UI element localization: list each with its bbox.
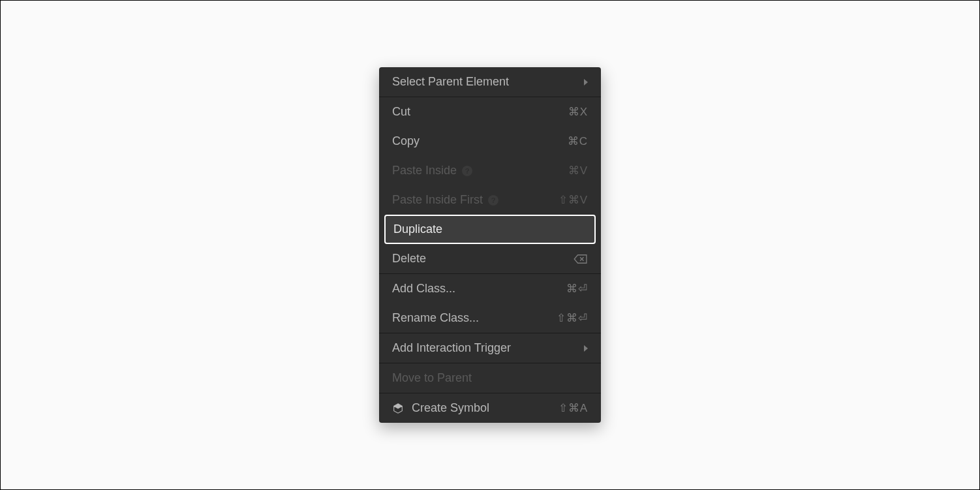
- chevron-right-icon: [584, 345, 588, 352]
- menu-item-create-symbol[interactable]: Create Symbol ⇧⌘A: [379, 393, 601, 423]
- menu-item-rename-class[interactable]: Rename Class... ⇧⌘⏎: [379, 303, 601, 333]
- menu-item-label: Cut: [392, 105, 410, 119]
- context-menu: Select Parent Element Cut ⌘X Copy ⌘C Pas…: [379, 67, 601, 423]
- keyboard-shortcut: ⇧⌘V: [559, 193, 588, 207]
- menu-item-duplicate[interactable]: Duplicate: [384, 215, 596, 244]
- menu-item-label-with-icon: Create Symbol: [392, 401, 489, 415]
- menu-item-add-class[interactable]: Add Class... ⌘⏎: [379, 274, 601, 303]
- symbol-icon: [392, 403, 404, 414]
- help-icon: ?: [462, 166, 472, 176]
- menu-item-copy[interactable]: Copy ⌘C: [379, 127, 601, 156]
- keyboard-shortcut: ⌘X: [568, 105, 588, 119]
- keyboard-shortcut: ⌘⏎: [566, 282, 588, 296]
- menu-item-paste-inside: Paste Inside ? ⌘V: [379, 156, 601, 185]
- menu-item-move-to-parent: Move to Parent: [379, 363, 601, 393]
- menu-item-label: Move to Parent: [392, 371, 472, 385]
- menu-item-label: Paste Inside ?: [392, 164, 472, 177]
- help-icon: ?: [488, 195, 498, 206]
- menu-item-delete[interactable]: Delete: [379, 244, 601, 273]
- menu-item-add-interaction[interactable]: Add Interaction Trigger: [379, 333, 601, 363]
- menu-item-text: Paste Inside First: [392, 193, 483, 207]
- keyboard-shortcut: ⌘C: [568, 134, 588, 148]
- menu-item-label: Paste Inside First ?: [392, 193, 498, 207]
- keyboard-shortcut: ⇧⌘⏎: [557, 311, 588, 325]
- keyboard-shortcut: ⌘V: [568, 164, 588, 177]
- menu-item-label: Rename Class...: [392, 311, 479, 325]
- keyboard-shortcut: ⇧⌘A: [559, 401, 588, 415]
- menu-item-label: Add Interaction Trigger: [392, 341, 511, 355]
- menu-item-paste-inside-first: Paste Inside First ? ⇧⌘V: [379, 185, 601, 215]
- menu-item-text: Create Symbol: [412, 401, 489, 415]
- menu-item-select-parent[interactable]: Select Parent Element: [379, 67, 601, 97]
- menu-item-label: Add Class...: [392, 282, 455, 296]
- menu-item-label: Duplicate: [393, 222, 442, 236]
- menu-item-text: Paste Inside: [392, 164, 457, 177]
- menu-item-label: Delete: [392, 252, 426, 266]
- chevron-right-icon: [584, 79, 588, 85]
- menu-item-label: Copy: [392, 134, 420, 148]
- backspace-icon: [574, 254, 588, 264]
- menu-item-label: Select Parent Element: [392, 75, 509, 89]
- menu-item-cut[interactable]: Cut ⌘X: [379, 97, 601, 127]
